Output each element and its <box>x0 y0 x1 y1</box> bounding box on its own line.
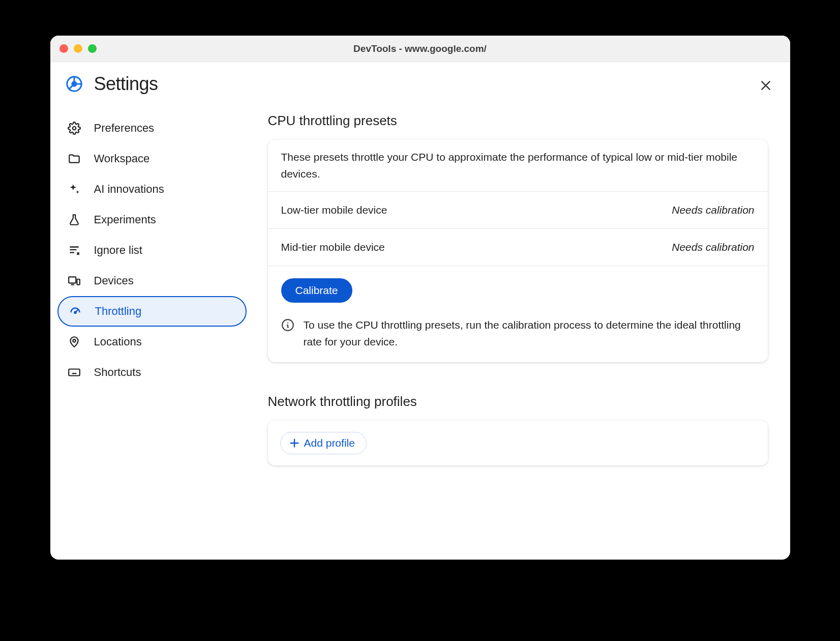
folder-icon <box>68 152 81 165</box>
sidebar-item-label: Ignore list <box>94 244 142 257</box>
calibration-info: To use the CPU throttling presets, run t… <box>268 315 768 362</box>
sidebar-item-shortcuts[interactable]: Shortcuts <box>57 357 247 388</box>
add-profile-label: Add profile <box>304 437 355 449</box>
cpu-card-actions: Calibrate <box>268 266 768 315</box>
devtools-window: DevTools - www.google.com/ Settings <box>50 36 790 560</box>
calibrate-button[interactable]: Calibrate <box>281 278 352 303</box>
cpu-preset-name: Low-tier mobile device <box>281 204 387 216</box>
svg-point-5 <box>74 312 76 313</box>
sidebar-item-workspace[interactable]: Workspace <box>57 143 247 174</box>
cpu-preset-status: Needs calibration <box>672 241 754 253</box>
calibration-info-text: To use the CPU throttling presets, run t… <box>304 317 755 350</box>
sidebar-item-label: Experiments <box>94 213 156 226</box>
sidebar-item-label: Throttling <box>95 305 142 318</box>
keyboard-icon <box>68 366 81 379</box>
sidebar-item-label: Preferences <box>94 122 155 135</box>
svg-rect-3 <box>69 277 76 283</box>
ignore-list-icon <box>68 244 81 257</box>
plus-icon <box>289 438 300 449</box>
flask-icon <box>68 213 81 226</box>
network-profiles-card: Add profile <box>268 421 768 465</box>
sidebar-item-label: Devices <box>94 274 134 287</box>
cpu-preset-name: Mid-tier mobile device <box>281 241 385 253</box>
devices-icon <box>68 274 81 287</box>
maximize-window-button[interactable] <box>88 44 97 53</box>
sidebar-item-throttling[interactable]: Throttling <box>57 296 247 327</box>
sparkle-icon <box>68 183 81 196</box>
sidebar-item-label: Workspace <box>94 152 150 165</box>
svg-rect-7 <box>69 369 80 376</box>
cpu-preset-row: Mid-tier mobile device Needs calibration <box>268 229 768 266</box>
minimize-window-button[interactable] <box>74 44 82 53</box>
settings-main: CPU throttling presets These presets thr… <box>254 101 790 560</box>
cpu-preset-status: Needs calibration <box>672 204 754 216</box>
sidebar-item-label: Shortcuts <box>94 366 141 379</box>
cpu-preset-row: Low-tier mobile device Needs calibration <box>268 192 768 229</box>
cpu-presets-description: These presets throttle your CPU to appro… <box>268 140 768 192</box>
page-title: Settings <box>94 73 158 95</box>
settings-header: Settings <box>50 62 790 101</box>
svg-point-2 <box>72 127 76 130</box>
sidebar-item-label: AI innovations <box>94 183 164 196</box>
window-controls <box>59 44 97 53</box>
close-settings-button[interactable] <box>759 78 773 93</box>
svg-rect-4 <box>77 279 79 285</box>
sidebar-item-experiments[interactable]: Experiments <box>57 205 247 235</box>
sidebar-item-preferences[interactable]: Preferences <box>57 113 247 143</box>
sidebar-item-ai-innovations[interactable]: AI innovations <box>57 174 247 205</box>
gear-icon <box>68 122 81 135</box>
content-area: Settings Preferences <box>50 62 790 560</box>
sidebar-item-devices[interactable]: Devices <box>57 266 247 296</box>
close-window-button[interactable] <box>59 44 68 53</box>
add-profile-button[interactable]: Add profile <box>280 432 367 454</box>
settings-sidebar: Preferences Workspace AI innovations <box>50 101 254 560</box>
sidebar-item-label: Locations <box>94 335 142 348</box>
cpu-presets-card: These presets throttle your CPU to appro… <box>268 140 768 362</box>
sidebar-item-locations[interactable]: Locations <box>57 327 247 357</box>
location-pin-icon <box>68 335 81 348</box>
info-icon <box>281 318 294 332</box>
settings-body: Preferences Workspace AI innovations <box>50 101 790 560</box>
sidebar-item-ignore-list[interactable]: Ignore list <box>57 235 247 266</box>
devtools-logo-icon <box>66 75 83 93</box>
svg-point-6 <box>73 339 75 342</box>
window-title: DevTools - www.google.com/ <box>353 43 487 54</box>
network-section-title: Network throttling profiles <box>268 394 768 410</box>
cpu-section-title: CPU throttling presets <box>268 113 768 129</box>
close-icon <box>759 79 772 92</box>
titlebar: DevTools - www.google.com/ <box>50 36 790 62</box>
speedometer-icon <box>69 305 82 318</box>
